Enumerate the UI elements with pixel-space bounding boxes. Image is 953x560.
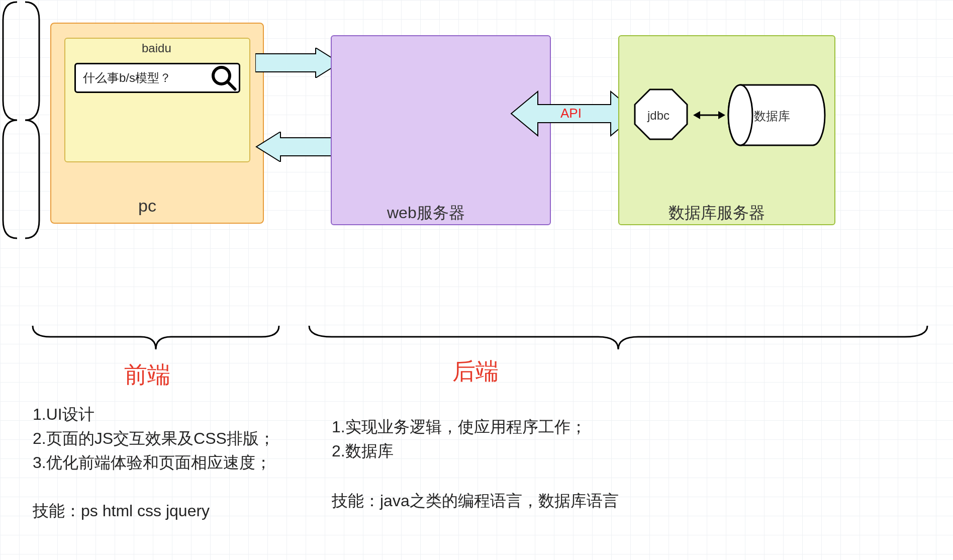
backend-skills: 技能：java之类的编程语言，数据库语言	[332, 490, 619, 512]
svg-marker-2	[255, 48, 340, 78]
backend-line2: 2.数据库	[332, 439, 394, 464]
api-label: API	[560, 106, 582, 121]
frontend-line1: 1.UI设计	[33, 402, 94, 427]
search-icon	[209, 63, 239, 93]
browser-window	[64, 38, 250, 162]
backend-line1: 1.实现业务逻辑，使应用程序工作；	[332, 415, 587, 440]
bracket-left-icon	[0, 0, 20, 240]
pc-label: pc	[138, 196, 156, 216]
db-server-label: 数据库服务器	[669, 202, 765, 224]
frontend-heading: 前端	[124, 359, 170, 391]
arrow-request-icon	[255, 48, 341, 78]
curly-backend-icon	[307, 322, 930, 352]
curly-frontend-icon	[30, 322, 281, 352]
frontend-line3: 3.优化前端体验和页面相应速度；	[33, 450, 271, 476]
svg-point-10	[728, 85, 752, 145]
frontend-skills: 技能：ps html css jquery	[33, 500, 210, 522]
svg-marker-3	[256, 132, 341, 162]
jdbc-label: jdbc	[647, 109, 670, 123]
database-label: 数据库	[754, 108, 790, 124]
backend-heading: 后端	[452, 356, 499, 387]
browser-title: baidu	[142, 41, 171, 55]
frontend-line2: 2.页面的JS交互效果及CSS排版；	[33, 426, 275, 451]
bracket-right-icon	[22, 0, 42, 240]
svg-line-1	[228, 82, 235, 89]
arrow-jdbc-db-icon	[692, 109, 726, 121]
search-box: 什么事b/s模型？	[74, 63, 240, 93]
web-server-label: web服务器	[387, 202, 465, 224]
search-query: 什么事b/s模型？	[76, 70, 209, 86]
svg-marker-7	[693, 111, 700, 119]
arrow-response-icon	[255, 132, 341, 162]
svg-marker-8	[718, 111, 725, 119]
